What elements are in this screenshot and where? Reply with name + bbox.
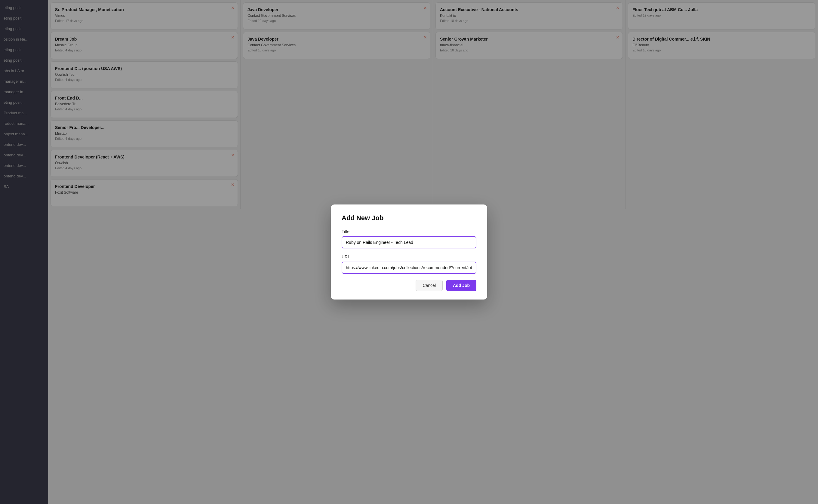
title-label: Title bbox=[342, 229, 476, 234]
url-input[interactable] bbox=[342, 262, 476, 274]
modal-title: Add New Job bbox=[342, 214, 476, 222]
modal-actions: Cancel Add Job bbox=[342, 280, 476, 291]
cancel-button[interactable]: Cancel bbox=[416, 280, 443, 291]
modal-overlay: Add New Job Title URL Cancel Add Job bbox=[48, 0, 818, 504]
add-job-button[interactable]: Add Job bbox=[446, 280, 476, 291]
main-content: Sr. Product Manager, Monetization Vimeo … bbox=[48, 0, 818, 504]
title-input[interactable] bbox=[342, 236, 476, 248]
add-job-modal: Add New Job Title URL Cancel Add Job bbox=[331, 204, 487, 300]
title-form-group: Title bbox=[342, 229, 476, 248]
url-form-group: URL bbox=[342, 254, 476, 274]
url-label: URL bbox=[342, 254, 476, 259]
